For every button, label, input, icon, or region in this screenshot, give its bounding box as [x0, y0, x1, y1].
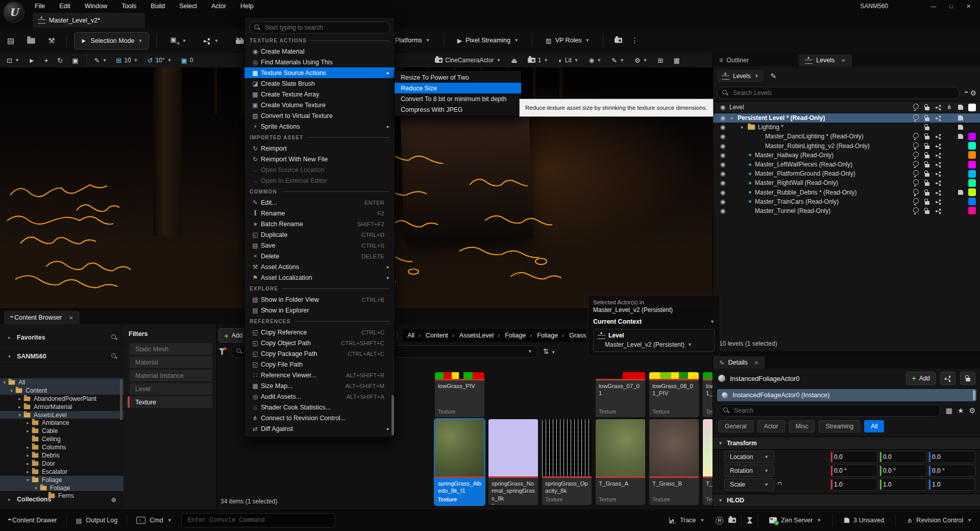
panel-splitter[interactable]: [713, 351, 980, 355]
context-menu-item[interactable]: I Rename F2 ▸: [244, 208, 395, 219]
context-menu-item[interactable]: ▦ Create Texture Array ▸: [244, 89, 395, 100]
lighting-icon[interactable]: [910, 170, 921, 177]
context-menu-item[interactable]: ⇄ Diff Against ▸: [244, 423, 395, 434]
unlock-icon[interactable]: [921, 143, 933, 149]
save-icon[interactable]: ▤: [3, 33, 18, 49]
lighting-icon[interactable]: [910, 133, 921, 140]
viewport-options-icon[interactable]: ⊡▼: [3, 55, 23, 66]
context-menu-item[interactable]: ◉ Create Material ▸: [244, 46, 395, 57]
instance-row[interactable]: InstancedFoliageActor0 (Instance): [717, 389, 976, 401]
content-drawer-button[interactable]: Content Drawer: [2, 513, 63, 528]
favorites-icon[interactable]: ★: [958, 406, 964, 415]
unreal-logo-icon[interactable]: U: [3, 2, 24, 23]
details-filter-chip[interactable]: General: [718, 420, 753, 432]
details-filter-chip[interactable]: Misc: [789, 420, 815, 432]
breadcrumb-item[interactable]: Grass: [569, 332, 586, 339]
close-tab-icon[interactable]: ✕: [754, 360, 758, 366]
level-row[interactable]: ◉ Master_RobinLighting_v2 (Read-Only): [713, 141, 980, 151]
scale-tool-icon[interactable]: ▣: [68, 55, 82, 66]
expand-caret-icon[interactable]: ▾: [741, 125, 748, 130]
tab-details[interactable]: ✎ Details ✕: [713, 356, 765, 369]
blueprint-icon[interactable]: [933, 152, 944, 158]
unlock-icon[interactable]: [921, 199, 933, 205]
x-value-field[interactable]: 0.0 °: [830, 465, 877, 477]
screenshot-icon[interactable]: [728, 518, 736, 523]
submenu-item[interactable]: Resize To Power of Two: [395, 72, 521, 83]
folder-tree-row[interactable]: ▸ Escalator: [0, 468, 124, 476]
maximize-icon[interactable]: □: [949, 3, 953, 10]
expand-caret-icon[interactable]: ▾: [8, 388, 15, 393]
unlock-icon[interactable]: [921, 208, 933, 214]
lighting-icon[interactable]: [910, 179, 921, 186]
grid-snap-button[interactable]: ⊞10▼: [112, 55, 141, 66]
blueprint-icon[interactable]: [933, 180, 944, 186]
expand-caret-icon[interactable]: ▸: [6, 497, 13, 502]
visibility-eye-icon[interactable]: ◉: [716, 161, 729, 168]
folder-tree-row[interactable]: ▾ Content: [0, 387, 124, 395]
context-menu-item[interactable]: ◱ Duplicate CTRL+D ▸: [244, 229, 395, 240]
level-color-swatch[interactable]: [966, 179, 977, 187]
visibility-eye-icon[interactable]: ◉: [716, 189, 729, 196]
blueprint-edit-button[interactable]: [940, 372, 955, 385]
expand-caret-icon[interactable]: ▸: [24, 428, 31, 433]
menubar-item[interactable]: Build: [143, 0, 172, 12]
context-menu-item[interactable]: ▦ Size Map... ALT+SHIFT+M ▸: [244, 380, 395, 391]
context-menu-item[interactable]: ∗ Batch Rename SHIFT+F2 ▸: [244, 219, 395, 229]
context-menu-item[interactable]: ✎ Edit... ENTER ▸: [244, 197, 395, 208]
lock-details-button[interactable]: [960, 372, 975, 385]
move-tool-icon[interactable]: +: [41, 55, 52, 66]
context-menu-item[interactable]: ◱ Copy File Path ▸: [244, 359, 395, 370]
rotation-snap-button[interactable]: ↺10°▼: [144, 55, 176, 66]
cmd-dropdown-button[interactable]: >_ Cmd ▼: [130, 513, 178, 528]
filter-funnel-icon[interactable]: [218, 348, 226, 355]
lighting-icon[interactable]: [910, 189, 921, 196]
blueprint-icon[interactable]: [933, 115, 944, 121]
close-tab-icon[interactable]: ✕: [69, 315, 73, 321]
transform-axis-dropdown[interactable]: Scale ▼: [724, 478, 774, 491]
level-row[interactable]: ◉ Master_Tunnel (Read-Only): [713, 206, 980, 215]
submenu-item[interactable]: Reduce Size: [395, 83, 521, 93]
context-menu-item[interactable]: ⚒ Asset Actions ▸: [244, 261, 395, 272]
blueprint-icon[interactable]: [933, 161, 944, 167]
submenu-item[interactable]: Compress With JPEG: [395, 104, 521, 115]
select-tool-icon[interactable]: ►: [25, 55, 39, 66]
visibility-eye-icon[interactable]: ◉: [716, 152, 729, 159]
expand-caret-icon[interactable]: ▸: [6, 335, 13, 340]
save-icon[interactable]: [955, 115, 966, 120]
level-row[interactable]: ◉ Master_Hallway (Read-Only): [713, 151, 980, 160]
display-options-icon[interactable]: ▦: [946, 406, 952, 415]
folder-tree-row[interactable]: ▸ Door: [0, 460, 124, 468]
unlock-icon[interactable]: [921, 171, 933, 177]
level-row[interactable]: ◉ ▾ Persistent Level * (Read-Only): [713, 113, 980, 123]
close-icon[interactable]: ✕: [966, 3, 971, 10]
level-row[interactable]: ◉ Master_TrainCars (Read-Only): [713, 197, 980, 206]
project-source-row[interactable]: ▾ SANM560: [0, 349, 124, 364]
details-search-box[interactable]: [718, 404, 941, 417]
expand-caret-icon[interactable]: ▸: [24, 445, 31, 450]
brush-tool-icon[interactable]: ✎▼: [91, 55, 111, 66]
menubar-item[interactable]: Help: [233, 0, 261, 12]
folder-tree-row[interactable]: ▸ Columns: [0, 443, 124, 451]
context-menu-item[interactable]: × Delete DELETE ▸: [244, 251, 395, 261]
menubar-item[interactable]: Select: [172, 0, 204, 12]
asset-tile[interactable]: lowGrass_07_01 Texture: [596, 372, 645, 417]
levels-settings-icon[interactable]: ⚙: [970, 89, 976, 97]
blueprint-icon[interactable]: [933, 208, 944, 214]
breadcrumb-item[interactable]: AssetsLevel: [459, 332, 504, 339]
minimize-icon[interactable]: —: [930, 3, 936, 10]
context-level-dropdown[interactable]: Master_Level_v2 (Persistent) ▼: [598, 341, 710, 348]
layout-grid-icon[interactable]: ⊞: [654, 55, 667, 66]
lighting-icon[interactable]: [910, 152, 921, 159]
browse-content-icon[interactable]: [23, 33, 39, 49]
breadcrumb-item[interactable]: Foliage: [505, 332, 536, 339]
level-row[interactable]: ◉ ▾ Lighting *: [713, 123, 980, 132]
search-icon[interactable]: [111, 353, 117, 359]
background-tasks-icon[interactable]: [747, 517, 752, 524]
unlock-icon[interactable]: [921, 189, 933, 196]
expand-caret-icon[interactable]: ▾: [730, 115, 738, 121]
vp-roles-button[interactable]: ▥ VP Roles ▼: [540, 32, 596, 49]
expand-caret-icon[interactable]: ▾: [24, 477, 31, 482]
details-filter-chip[interactable]: Streaming: [819, 420, 860, 432]
menu-search-input[interactable]: [264, 23, 385, 32]
visibility-eye-icon[interactable]: ◉: [716, 124, 729, 131]
